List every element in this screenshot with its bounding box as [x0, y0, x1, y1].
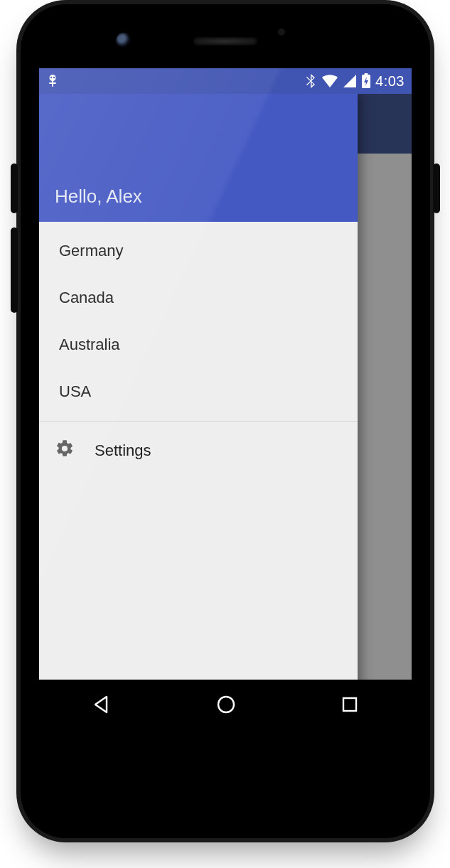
navigation-drawer[interactable]: Hello, Alex Germany Canada Australia USA — [39, 94, 358, 729]
svg-rect-8 — [343, 698, 356, 711]
svg-point-7 — [218, 697, 234, 712]
earpiece-speaker — [193, 37, 257, 45]
svg-point-0 — [50, 75, 56, 81]
svg-rect-4 — [49, 82, 56, 84]
nav-item-australia[interactable]: Australia — [39, 321, 358, 368]
phone-frame: 4:03 Hello, Alex Germany Canada Australi… — [16, 0, 434, 842]
nav-item-label: Canada — [59, 289, 114, 307]
status-time: 4:03 — [375, 73, 405, 90]
device-screen: 4:03 Hello, Alex Germany Canada Australi… — [39, 68, 412, 729]
debug-icon — [46, 74, 59, 88]
recents-button[interactable] — [340, 695, 360, 714]
status-bar: 4:03 — [39, 68, 412, 94]
nav-item-settings[interactable]: Settings — [39, 427, 358, 474]
nav-item-label: Australia — [59, 336, 120, 354]
wifi-icon — [321, 74, 338, 88]
drawer-nav-list: Germany Canada Australia USA — [39, 222, 358, 474]
volume-up-nub — [11, 164, 18, 213]
gear-icon — [55, 439, 75, 463]
power-nub — [433, 164, 440, 213]
android-nav-bar — [39, 680, 412, 729]
svg-rect-6 — [365, 73, 368, 75]
nav-divider — [39, 421, 358, 422]
home-button[interactable] — [215, 694, 237, 715]
front-camera — [116, 33, 132, 48]
nav-item-label: Settings — [95, 441, 151, 460]
bluetooth-icon — [306, 73, 317, 89]
nav-item-canada[interactable]: Canada — [39, 274, 358, 321]
back-button[interactable] — [91, 694, 112, 715]
drawer-header: Hello, Alex — [39, 94, 358, 222]
nav-item-germany[interactable]: Germany — [39, 227, 358, 274]
proximity-sensor — [278, 28, 285, 36]
svg-point-2 — [53, 77, 55, 78]
nav-item-usa[interactable]: USA — [39, 368, 358, 415]
nav-item-label: USA — [59, 382, 91, 401]
svg-point-1 — [50, 77, 52, 78]
battery-charging-icon — [361, 73, 371, 89]
volume-down-nub — [11, 227, 18, 313]
nav-item-label: Germany — [59, 242, 123, 260]
cell-signal-icon — [343, 74, 357, 88]
drawer-greeting: Hello, Alex — [55, 186, 142, 208]
